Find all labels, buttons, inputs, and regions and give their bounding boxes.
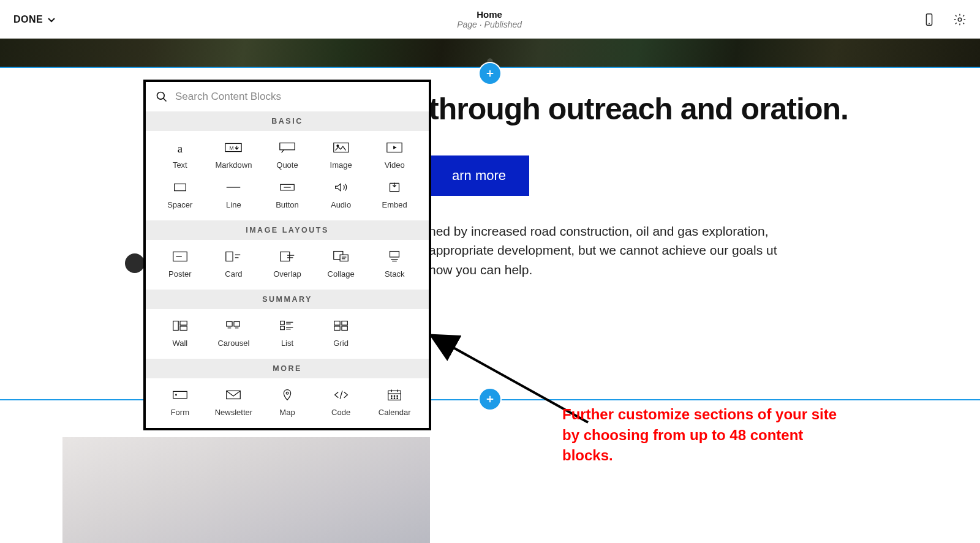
svg-rect-21	[281, 252, 290, 261]
svg-point-57	[394, 395, 395, 397]
list-icon	[278, 319, 296, 332]
code-icon	[332, 388, 350, 402]
block-item-code[interactable]: Code	[314, 388, 368, 417]
annotation-text: Further customize sections of your site …	[562, 404, 850, 466]
block-item-calendar[interactable]: Calendar	[368, 388, 421, 417]
svg-rect-28	[390, 252, 399, 257]
svg-point-60	[394, 398, 395, 399]
block-item-overlap[interactable]: Overlap	[260, 250, 314, 279]
markdown-icon: M	[224, 141, 243, 154]
block-item-audio[interactable]: Audio	[314, 181, 368, 209]
carousel-icon	[224, 319, 243, 332]
page-title: Home	[457, 9, 522, 20]
category-grid-basic: a Text M Markdown Quote Image Video Spac…	[146, 131, 429, 220]
button-icon	[278, 181, 296, 194]
svg-rect-44	[334, 321, 339, 326]
add-section-button[interactable]	[480, 63, 500, 84]
gear-icon[interactable]	[953, 13, 967, 26]
svg-point-2	[958, 18, 962, 21]
newsletter-icon	[224, 388, 243, 402]
collage-icon	[332, 250, 350, 263]
svg-line-4	[164, 99, 167, 102]
category-header-image-layouts: IMAGE LAYOUTS	[146, 220, 429, 240]
done-label: DONE	[13, 14, 43, 25]
header-actions	[922, 13, 967, 26]
overlap-icon	[278, 250, 296, 263]
svg-rect-35	[234, 321, 239, 326]
poster-icon	[171, 250, 189, 263]
body-paragraph[interactable]: ned by increased road construction, oil …	[429, 222, 796, 280]
svg-rect-31	[173, 321, 178, 331]
svg-rect-8	[280, 143, 295, 150]
block-item-poster[interactable]: Poster	[153, 250, 207, 279]
block-item-card[interactable]: Card	[207, 250, 261, 279]
line-icon	[224, 181, 243, 194]
svg-rect-32	[180, 321, 187, 326]
svg-point-59	[391, 398, 393, 399]
svg-rect-12	[174, 184, 186, 190]
svg-point-61	[397, 398, 398, 399]
block-item-quote[interactable]: Quote	[260, 141, 314, 170]
cta-button[interactable]: arn more	[429, 155, 529, 196]
block-item-button[interactable]: Button	[260, 181, 314, 209]
svg-rect-33	[180, 326, 187, 331]
block-item-line[interactable]: Line	[207, 181, 261, 209]
svg-rect-45	[342, 321, 347, 326]
block-item-stack[interactable]: Stack	[368, 250, 421, 279]
content-block-picker: BASIC a Text M Markdown Quote Image Vide…	[143, 80, 431, 430]
block-item-carousel[interactable]: Carousel	[207, 319, 261, 348]
card-icon	[224, 250, 243, 263]
form-icon	[171, 388, 189, 402]
block-item-embed[interactable]: Embed	[368, 181, 421, 209]
image-icon	[332, 141, 350, 154]
svg-rect-47	[342, 326, 347, 331]
page-subtitle: Page · Published	[457, 20, 522, 29]
block-item-newsletter[interactable]: Newsletter	[207, 388, 261, 417]
audio-icon	[332, 181, 350, 194]
svg-rect-34	[227, 321, 232, 326]
header-title-area: Home Page · Published	[457, 9, 522, 29]
svg-rect-38	[281, 321, 285, 325]
block-search-row	[146, 82, 429, 111]
block-item-collage[interactable]: Collage	[314, 250, 368, 279]
search-icon	[156, 91, 168, 103]
mobile-preview-icon[interactable]	[922, 13, 936, 26]
text-icon: a	[171, 141, 189, 154]
block-item-map[interactable]: Map	[260, 388, 314, 417]
wall-icon	[171, 319, 189, 332]
block-item-text[interactable]: a Text	[153, 141, 207, 170]
add-section-button[interactable]	[480, 389, 500, 410]
search-input[interactable]	[175, 91, 419, 103]
svg-point-56	[391, 395, 393, 397]
stack-icon	[385, 250, 404, 263]
svg-point-10	[337, 145, 339, 147]
hero-heading[interactable]: through outreach and oration.	[429, 92, 943, 127]
svg-rect-46	[334, 326, 339, 331]
svg-rect-25	[340, 255, 348, 261]
block-item-list[interactable]: List	[260, 319, 314, 348]
svg-text:M: M	[230, 145, 234, 151]
map-icon	[278, 388, 296, 402]
block-item-spacer[interactable]: Spacer	[153, 181, 207, 209]
category-grid-more: Form Newsletter Map Code Calendar	[146, 378, 429, 428]
editor-header: DONE Home Page · Published	[0, 0, 980, 39]
category-grid-image-layouts: Poster Card Overlap Collage Stack	[146, 240, 429, 290]
category-header-basic: BASIC	[146, 111, 429, 131]
quote-icon	[278, 141, 296, 154]
chevron-down-icon	[47, 15, 56, 24]
done-button[interactable]: DONE	[13, 14, 56, 25]
plus-icon	[484, 394, 496, 405]
block-item-wall[interactable]: Wall	[153, 319, 207, 348]
section-image-placeholder	[62, 437, 430, 543]
svg-rect-9	[333, 143, 348, 152]
svg-rect-39	[281, 326, 285, 330]
block-item-image[interactable]: Image	[314, 141, 368, 170]
plus-icon	[484, 68, 496, 79]
block-item-grid[interactable]: Grid	[314, 319, 368, 348]
calendar-icon	[385, 388, 404, 402]
block-item-markdown[interactable]: M Markdown	[207, 141, 261, 170]
category-header-summary: SUMMARY	[146, 290, 429, 309]
block-item-video[interactable]: Video	[368, 141, 421, 170]
block-item-form[interactable]: Form	[153, 388, 207, 417]
svg-text:a: a	[178, 142, 183, 155]
